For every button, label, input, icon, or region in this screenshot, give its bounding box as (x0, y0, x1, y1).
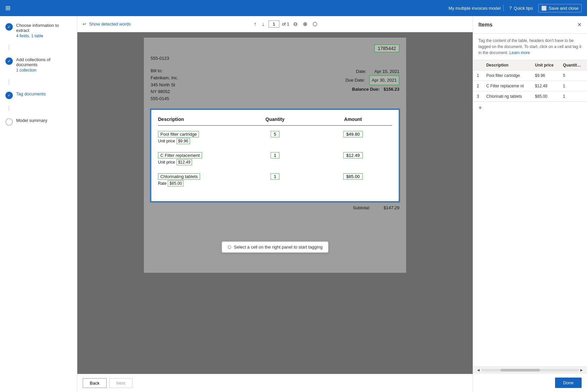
save-close-button[interactable]: ⬜ Save and close (538, 4, 582, 12)
document-area: 1785442 555-0123 Bill to: Fabrikam, Inc.… (77, 32, 473, 374)
item-1-price-row: Unit price $9.96 (158, 138, 236, 144)
row-3-quantity[interactable]: 1 (559, 91, 587, 102)
close-button[interactable]: ✕ (577, 21, 582, 28)
quick-tips-label: Quick tips (514, 6, 533, 11)
back-button[interactable]: Back (83, 378, 107, 388)
item-2-price[interactable]: $12.49 (177, 159, 192, 165)
col-amount-header: Amount (314, 117, 392, 122)
table-row: 3 Chlorinati ng tablets $85.00 1 (473, 91, 587, 102)
item-3-amount: $85.00 (314, 173, 392, 180)
fit-page-button[interactable]: ⬡ (311, 19, 319, 29)
row-3-description[interactable]: Chlorinati ng tablets (483, 91, 532, 102)
item-1-name[interactable]: Pool filter cartridge (158, 131, 199, 137)
invoice-document: 1785442 555-0123 Bill to: Fabrikam, Inc.… (144, 38, 406, 273)
row-1-description[interactable]: Pool filter cartridge (483, 71, 532, 81)
step-2-title: Add collections of documents (16, 57, 72, 67)
step-connector-1 (9, 45, 9, 50)
item-2-name[interactable]: C Filter replacement (158, 152, 202, 159)
balance-due-row: Balance Due: $156.23 (345, 85, 399, 93)
due-date-row: Due Date: Apr 30, 2021 (345, 75, 399, 85)
item-3-price[interactable]: $85.00 (168, 180, 184, 186)
step-1[interactable]: ✓ Choose information to extract 4 fields… (5, 23, 72, 38)
zoom-out-button[interactable]: ⊖ (292, 19, 299, 29)
left-sidebar: ✓ Choose information to extract 4 fields… (0, 16, 77, 392)
item-2-qty-box[interactable]: 1 (271, 152, 279, 159)
table-row: 1 Pool filter cartridge $9.96 5 (473, 71, 587, 81)
right-panel-header: Items ✕ (473, 16, 587, 34)
waffle-icon[interactable]: ⊞ (5, 4, 13, 12)
step-1-title: Choose information to extract (16, 23, 72, 33)
item-3-qty: 1 (236, 173, 314, 180)
scroll-left-button[interactable]: ◀ (476, 368, 481, 372)
save-close-label: Save and close (549, 6, 579, 11)
item-3-price-label: Rate (158, 181, 166, 186)
due-date-value: Apr 30, 2021 (369, 75, 399, 85)
item-2-qty: 1 (236, 152, 314, 159)
item-1-amount-box[interactable]: $49.80 (343, 131, 363, 137)
step-3[interactable]: ✓ Tag documents (5, 91, 72, 99)
right-panel-title: Items (478, 22, 493, 28)
item-2-amount-box[interactable]: $12.49 (343, 152, 363, 159)
scroll-right-button[interactable]: ▶ (579, 368, 584, 372)
tagging-tooltip: ⬡ Select a cell on the right panel to st… (222, 242, 328, 253)
item-3-amount-box[interactable]: $85.00 (343, 173, 363, 180)
item-1-qty-box[interactable]: 5 (271, 131, 279, 137)
row-2-description[interactable]: C Filter replaceme nt (483, 81, 532, 91)
step-4-title: Model summary (16, 118, 72, 123)
table-row: Chlorinating tablets Rate $85.00 1 $85.0… (158, 173, 392, 186)
col-description-header: Description (158, 117, 236, 122)
invoice-number: 1785442 (374, 44, 399, 52)
table-row: Pool filter cartridge Unit price $9.96 5… (158, 131, 392, 144)
done-button[interactable]: Done (555, 378, 582, 388)
step-2-subtitle: 1 collection (16, 68, 72, 73)
balance-due-label: Balance Due: (352, 87, 380, 92)
invoice-header: 1785442 (151, 44, 399, 52)
step-4[interactable]: Model summary (5, 118, 72, 126)
invoice-table: Description Quantity Amount Pool filter … (151, 109, 399, 202)
item-3-desc: Chlorinating tablets Rate $85.00 (158, 173, 236, 186)
next-button[interactable]: Next (109, 378, 132, 388)
subtotal-value: $147.29 (384, 205, 399, 210)
subtotal-label: Subtotal: (353, 205, 370, 210)
quick-tips-button[interactable]: ? Quick tips (506, 4, 536, 12)
detected-words-icon: ↩ (83, 21, 86, 27)
step-2[interactable]: ✓ Add collections of documents 1 collect… (5, 57, 72, 73)
step-3-icon: ✓ (5, 92, 13, 99)
item-1-price-label: Unit price (158, 139, 175, 143)
item-1-amount: $49.80 (314, 131, 392, 137)
add-row-button[interactable]: + (473, 102, 487, 114)
step-connector-2 (9, 79, 9, 85)
right-panel-description: Tag the content of the table, headers do… (473, 34, 587, 60)
row-1-quantity[interactable]: 5 (559, 71, 587, 81)
right-panel: Items ✕ Tag the content of the table, he… (473, 16, 587, 392)
step-4-content: Model summary (16, 118, 72, 123)
table-row: 2 C Filter replaceme nt $12.49 1 (473, 81, 587, 91)
step-1-content: Choose information to extract 4 fields, … (16, 23, 72, 38)
item-1-price[interactable]: $9.96 (177, 138, 190, 144)
page-controls: ↑ ↓ of 1 ⊖ ⊕ ⬡ (252, 19, 319, 29)
row-3-unit-price[interactable]: $85.00 (532, 91, 559, 102)
item-3-qty-box[interactable]: 1 (271, 173, 279, 180)
show-detected-words-btn[interactable]: ↩ Show detected words (83, 21, 131, 27)
item-3-name[interactable]: Chlorinating tablets (158, 173, 200, 180)
row-2-unit-price[interactable]: $12.49 (532, 81, 559, 91)
subtotal-row: Subtotal: $147.29 (151, 202, 399, 210)
right-panel-footer: Done (473, 373, 587, 392)
step-2-content: Add collections of documents 1 collectio… (16, 57, 72, 73)
bill-to-label: Bill to: (151, 68, 178, 75)
step-2-icon: ✓ (5, 57, 13, 65)
zoom-in-button[interactable]: ⊕ (302, 19, 309, 29)
page-input[interactable] (269, 20, 279, 28)
col-qty-header: Quantit… (559, 60, 587, 71)
horizontal-scrollbar[interactable] (481, 369, 579, 372)
row-1-unit-price[interactable]: $9.96 (532, 71, 559, 81)
question-icon: ? (509, 5, 512, 11)
row-2-quantity[interactable]: 1 (559, 81, 587, 91)
balance-due-value: $156.23 (384, 87, 399, 92)
page-up-button[interactable]: ↑ (252, 20, 258, 29)
page-down-button[interactable]: ↓ (261, 20, 266, 29)
learn-more-link[interactable]: Learn more (509, 50, 530, 55)
col-desc-header: Description (483, 60, 532, 71)
step-1-icon: ✓ (5, 23, 13, 31)
col-num-header (473, 60, 483, 71)
